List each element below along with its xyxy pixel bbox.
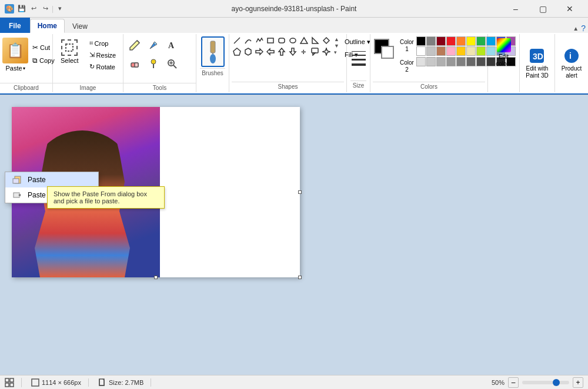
svg-rect-42: [10, 378, 14, 382]
rotate-button[interactable]: ↻ Rotate: [86, 61, 119, 72]
canvas-resize-bm[interactable]: [154, 276, 158, 279]
redo-btn[interactable]: ↪: [40, 4, 51, 14]
undo-btn[interactable]: ↩: [28, 4, 39, 14]
svg-marker-20: [312, 38, 318, 43]
resize-button[interactable]: ⇲ Resize: [86, 49, 119, 61]
shapes-scroll-down[interactable]: ▼: [334, 43, 339, 49]
canvas-resize-mr[interactable]: [298, 190, 302, 194]
clipboard-content: 📋 Paste ▾ ✂ Cut ⧉: [0, 34, 52, 83]
shape-up-arrow[interactable]: [276, 46, 287, 57]
palette-gray-swatch[interactable]: [456, 57, 466, 66]
svg-rect-44: [10, 383, 14, 387]
palette-gray-swatch[interactable]: [476, 57, 486, 66]
zoom-out-btn[interactable]: –: [508, 377, 519, 388]
text-tool[interactable]: A: [163, 36, 181, 54]
shapes-row-2: ✛: [232, 46, 332, 57]
zoom-thumb: [553, 379, 560, 386]
palette-gray-swatch[interactable]: [466, 57, 476, 66]
product-alert-button[interactable]: i Productalert: [559, 45, 584, 82]
crop-button[interactable]: ⌗ Crop: [86, 38, 119, 49]
minimize-btn[interactable]: –: [502, 0, 529, 18]
shape-curve[interactable]: [243, 35, 253, 46]
svg-marker-31: [323, 48, 330, 55]
palette-color-swatch[interactable]: [456, 46, 466, 56]
shape-triangle[interactable]: [299, 35, 309, 46]
pencil-tool[interactable]: [126, 36, 143, 54]
zoom-slider[interactable]: [522, 381, 569, 384]
maximize-btn[interactable]: ▢: [529, 0, 556, 18]
shape-freeform[interactable]: [254, 35, 265, 46]
palette-color-swatch[interactable]: [466, 46, 476, 56]
brushes-group-label: Brushes: [200, 68, 225, 78]
color-2-box[interactable]: [381, 46, 394, 59]
shape-ellipse[interactable]: [288, 35, 298, 46]
tab-file[interactable]: File: [0, 18, 30, 33]
shape-right-triangle[interactable]: [310, 35, 320, 46]
svg-point-13: [210, 54, 216, 63]
palette-gray-swatch[interactable]: [416, 57, 426, 66]
brushes-group: Brushes: [196, 34, 229, 92]
palette-color-swatch[interactable]: [446, 36, 456, 46]
zoom-tool[interactable]: [163, 55, 181, 73]
shapes-scroll-up[interactable]: ▲: [334, 36, 339, 42]
palette-gray-swatch[interactable]: [426, 57, 436, 66]
palette-color-swatch[interactable]: [426, 46, 436, 56]
customize-btn[interactable]: ▾: [55, 4, 65, 14]
close-btn[interactable]: ✕: [556, 0, 583, 18]
size-control[interactable]: [352, 51, 366, 66]
shape-right-arrow[interactable]: [254, 46, 265, 57]
paste-menu-paste[interactable]: Paste: [5, 172, 98, 187]
select-button[interactable]: Select: [55, 36, 84, 67]
shape-down-arrow[interactable]: [288, 46, 298, 57]
palette-color-swatch[interactable]: [436, 46, 446, 56]
shape-rounded-rect[interactable]: [276, 35, 287, 46]
file-size-icon: [98, 378, 106, 387]
eraser-tool[interactable]: [126, 55, 143, 73]
shape-line[interactable]: [232, 35, 242, 46]
shape-pentagon[interactable]: [232, 46, 242, 57]
image-group-label: Image: [53, 83, 123, 92]
shape-left-arrow[interactable]: [265, 46, 276, 57]
palette-color-swatch[interactable]: [416, 36, 426, 46]
edit-paint3d-button[interactable]: 3D Edit withPaint 3D: [523, 45, 551, 82]
palette-gray-swatch[interactable]: [446, 57, 456, 66]
save-quick-btn[interactable]: 💾: [16, 4, 27, 14]
palette-color-swatch[interactable]: [416, 46, 426, 56]
color-selector: [374, 39, 397, 62]
brushes-button[interactable]: [201, 36, 225, 67]
shape-rect[interactable]: [265, 35, 276, 46]
window-title: ayo-ogunseinde-93181-unsplash - Paint: [232, 5, 357, 13]
shapes-scroll-more[interactable]: ▾: [334, 49, 339, 55]
fill-tool[interactable]: [145, 36, 162, 54]
crop-label: Crop: [95, 40, 109, 47]
ribbon-expand-icon[interactable]: ▲: [573, 25, 579, 32]
svg-rect-29: [312, 48, 318, 53]
tab-home[interactable]: Home: [30, 19, 65, 33]
edit-colors-button[interactable]: Editcolors: [493, 35, 514, 71]
shape-diamond[interactable]: [321, 35, 332, 46]
svg-rect-16: [268, 38, 273, 43]
palette-color-swatch[interactable]: [476, 36, 486, 46]
svg-marker-22: [233, 48, 240, 55]
palette-gray-swatch[interactable]: [436, 57, 446, 66]
shape-hexagon[interactable]: [243, 46, 253, 57]
ribbon-help-icon[interactable]: ?: [581, 24, 586, 33]
file-size: Size: 2.7MB: [109, 379, 143, 386]
palette-color-swatch[interactable]: [426, 36, 436, 46]
canvas-resize-br[interactable]: [298, 276, 302, 279]
palette-color-swatch[interactable]: [476, 46, 486, 56]
color-picker-tool[interactable]: [145, 55, 162, 73]
colors-content: Color1 Color2: [373, 35, 485, 82]
palette-color-swatch[interactable]: [436, 36, 446, 46]
palette-color-swatch[interactable]: [446, 46, 456, 56]
shape-4arrow[interactable]: ✛: [299, 46, 309, 57]
shape-star4[interactable]: [321, 46, 332, 57]
shape-callout-rect[interactable]: [310, 46, 320, 57]
zoom-in-btn[interactable]: +: [573, 377, 583, 388]
edit-group-divider: [490, 89, 517, 91]
paste-button[interactable]: 📋 Paste ▾: [2, 35, 28, 82]
palette-color-swatch[interactable]: [466, 36, 476, 46]
tab-view[interactable]: View: [65, 19, 95, 33]
quick-access-toolbar: 💾 ↩ ↪ | ▾: [16, 4, 65, 14]
palette-color-swatch[interactable]: [456, 36, 466, 46]
